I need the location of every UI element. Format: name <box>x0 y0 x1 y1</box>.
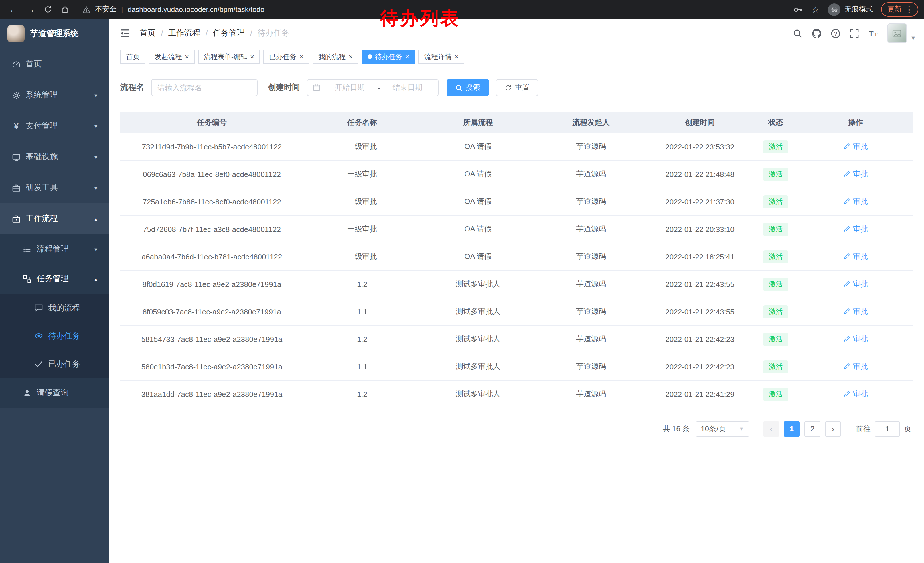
update-label: 更新 <box>887 5 902 14</box>
tab-3[interactable]: 已办任务× <box>263 50 309 63</box>
search-button[interactable]: 搜索 <box>447 79 489 96</box>
close-icon[interactable]: × <box>250 53 254 60</box>
total-count: 共 16 条 <box>663 423 690 434</box>
approve-link[interactable]: 审批 <box>843 362 868 372</box>
status-badge: 激活 <box>763 195 788 208</box>
tab-label: 流程详情 <box>424 52 452 62</box>
date-range-picker[interactable]: 开始日期 - 结束日期 <box>307 79 438 96</box>
sidebar-item-infra[interactable]: 基础设施▾ <box>0 141 109 173</box>
approve-link-label: 审批 <box>853 306 868 317</box>
update-button[interactable]: 更新 ⋮ <box>881 2 918 17</box>
edit-icon <box>843 308 851 315</box>
cell-task-id: 75d72608-7b7f-11ec-a3c8-acde48001122 <box>120 215 303 243</box>
approve-link[interactable]: 审批 <box>843 279 868 289</box>
back-button[interactable]: ← <box>6 2 21 17</box>
sidebar-item-workflow[interactable]: 工作流程▴ <box>0 203 109 234</box>
breadcrumb-item-0[interactable]: 首页 <box>140 28 156 38</box>
search-icon[interactable] <box>793 29 802 38</box>
page-button-1[interactable]: 1 <box>784 421 800 437</box>
approve-link[interactable]: 审批 <box>843 389 868 399</box>
approve-link[interactable]: 审批 <box>843 197 868 207</box>
reset-button[interactable]: 重置 <box>496 79 538 96</box>
sidebar-item-payment[interactable]: ¥支付管理▾ <box>0 111 109 141</box>
cell-action: 审批 <box>799 188 912 215</box>
chevron-down-icon: ▾ <box>94 92 98 98</box>
tab-6[interactable]: 流程详情× <box>418 50 464 63</box>
cell-task-id: 8f059c03-7ac8-11ec-a9e2-a2380e71991a <box>120 298 303 325</box>
approve-link[interactable]: 审批 <box>843 251 868 262</box>
cell-task-id: 069c6a63-7b8a-11ec-8ef0-acde48001122 <box>120 161 303 188</box>
app-logo[interactable]: 芋道管理系统 <box>0 19 109 49</box>
home-button[interactable] <box>57 2 73 17</box>
approve-link[interactable]: 审批 <box>843 334 868 344</box>
table-row: 75d72608-7b7f-11ec-a3c8-acde48001122一级审批… <box>120 215 912 243</box>
sidebar-item-my-process[interactable]: 我的流程 <box>0 294 109 322</box>
sidebar-item-leave-query[interactable]: 请假查询 <box>0 378 109 408</box>
sidebar: 芋道管理系统 首页系统管理▾¥支付管理▾基础设施▾研发工具▾工作流程▴流程管理▾… <box>0 19 109 563</box>
approve-link[interactable]: 审批 <box>843 169 868 179</box>
calendar-icon <box>313 84 321 92</box>
end-date-input[interactable]: 结束日期 <box>382 83 433 93</box>
sidebar-item-home[interactable]: 首页 <box>0 49 109 80</box>
help-icon[interactable]: ? <box>831 29 840 38</box>
process-name-input[interactable] <box>151 79 258 96</box>
tab-4[interactable]: 我的流程× <box>313 50 358 63</box>
caret-down-icon: ▾ <box>738 426 744 432</box>
breadcrumb: 首页/工作流程/任务管理/待办任务 <box>140 28 290 38</box>
range-separator: - <box>375 83 382 92</box>
close-icon[interactable]: × <box>454 53 459 60</box>
cell-action: 审批 <box>799 243 912 270</box>
page-size-select[interactable]: 10条/页 ▾ <box>696 421 749 437</box>
sidebar-item-devtools[interactable]: 研发工具▾ <box>0 173 109 203</box>
cell-task-id: 725a1eb6-7b88-11ec-8ef0-acde48001122 <box>120 188 303 215</box>
chevron-down-icon: ▾ <box>94 154 98 160</box>
task-table-wrap: 任务编号任务名称所属流程流程发起人创建时间状态操作 73211d9d-7b9b-… <box>120 112 912 408</box>
collapse-sidebar-icon[interactable] <box>120 28 130 38</box>
sidebar-item-label: 待办任务 <box>48 331 80 341</box>
breadcrumb-item-1[interactable]: 工作流程 <box>168 28 200 38</box>
star-icon[interactable]: ☆ <box>811 5 820 14</box>
close-icon[interactable]: × <box>349 53 352 60</box>
page-button-2[interactable]: 2 <box>804 421 820 437</box>
caret-down-icon[interactable]: ▾ <box>911 34 915 42</box>
approve-link[interactable]: 审批 <box>843 141 868 152</box>
sidebar-item-process-mgmt[interactable]: 流程管理▾ <box>0 234 109 264</box>
key-icon[interactable] <box>794 5 802 14</box>
github-icon[interactable] <box>812 29 822 38</box>
cell-initiator: 芋道源码 <box>535 133 647 161</box>
font-size-icon[interactable]: TT <box>868 29 878 38</box>
page-buttons: ‹ 12 › <box>763 421 841 437</box>
goto-page: 前往 页 <box>856 421 911 437</box>
breadcrumb-separator: / <box>161 29 163 38</box>
prev-page-button[interactable]: ‹ <box>763 421 779 437</box>
close-icon[interactable]: × <box>185 53 189 60</box>
forward-button[interactable]: → <box>23 2 38 17</box>
close-icon[interactable]: × <box>405 53 410 60</box>
address-bar[interactable]: 不安全 | dashboard.yudao.iocoder.cn/bpm/tas… <box>82 5 264 14</box>
tab-5[interactable]: 待办任务× <box>362 50 415 63</box>
approve-link[interactable]: 审批 <box>843 224 868 234</box>
user-avatar[interactable] <box>887 24 907 43</box>
cell-task-name: 一级审批 <box>303 188 421 215</box>
tab-0[interactable]: 首页 <box>120 50 146 63</box>
approve-link[interactable]: 审批 <box>843 306 868 317</box>
cell-action: 审批 <box>799 325 912 353</box>
next-page-button[interactable]: › <box>825 421 841 437</box>
cell-task-id: 73211d9d-7b9b-11ec-b5b7-acde48001122 <box>120 133 303 161</box>
refresh-icon <box>504 84 512 92</box>
kebab-menu-icon[interactable]: ⋮ <box>906 5 912 14</box>
sidebar-item-system[interactable]: 系统管理▾ <box>0 80 109 111</box>
cell-process: OA 请假 <box>421 243 535 270</box>
start-date-input[interactable]: 开始日期 <box>325 83 375 93</box>
sidebar-item-todo-task[interactable]: 待办任务 <box>0 322 109 350</box>
fullscreen-icon[interactable] <box>850 29 859 38</box>
close-icon[interactable]: × <box>299 53 303 60</box>
breadcrumb-item-2[interactable]: 任务管理 <box>213 28 245 38</box>
tab-2[interactable]: 流程表单-编辑× <box>198 50 260 63</box>
reload-button[interactable] <box>40 2 56 17</box>
tab-1[interactable]: 发起流程× <box>149 50 195 63</box>
sidebar-item-task-mgmt[interactable]: 任务管理▴ <box>0 264 109 294</box>
sidebar-item-done-task[interactable]: 已办任务 <box>0 350 109 378</box>
goto-page-input[interactable] <box>875 421 900 437</box>
address-divider: | <box>121 5 123 14</box>
